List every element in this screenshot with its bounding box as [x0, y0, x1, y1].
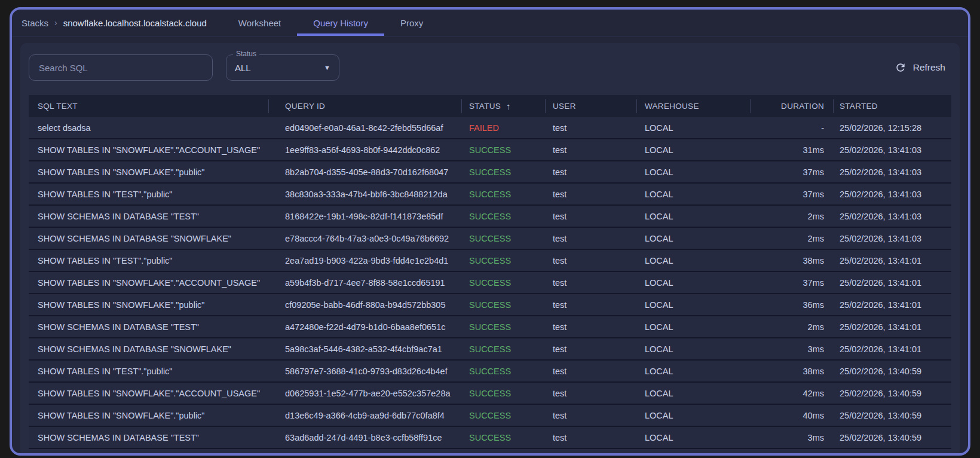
cell-warehouse: LOCAL	[636, 250, 750, 271]
column-header-status[interactable]: STATUS↑	[461, 95, 545, 117]
cell-query-id: ed0490ef-e0a0-46a1-8c42-2febd55d66af	[268, 117, 461, 138]
table-row[interactable]: SHOW TABLES IN "SNOWFLAKE"."public" cf09…	[29, 294, 951, 316]
table-row[interactable]: SHOW TABLES IN "SNOWFLAKE"."ACCOUNT_USAG…	[29, 139, 951, 161]
breadcrumb-stacks[interactable]: Stacks	[22, 18, 48, 28]
cell-user: test	[545, 184, 636, 204]
cell-status: SUCCESS	[461, 338, 545, 359]
column-label: WAREHOUSE	[645, 102, 699, 111]
cell-user: test	[545, 117, 636, 138]
cell-warehouse: LOCAL	[636, 405, 750, 426]
table-row[interactable]: SHOW TABLES IN "SNOWFLAKE"."public" d13e…	[29, 405, 951, 427]
cell-query-id: 8b2ab704-d355-405e-88d3-70d162f68047	[268, 161, 461, 182]
column-header-warehouse[interactable]: WAREHOUSE	[636, 95, 750, 117]
cell-status: SUCCESS	[461, 139, 545, 160]
cell-started: 25/02/2026, 13:41:03	[833, 139, 951, 160]
refresh-button[interactable]: Refresh	[895, 62, 951, 74]
column-label: DURATION	[781, 102, 824, 111]
tab-query-history[interactable]: Query History	[297, 10, 384, 36]
table-row[interactable]: SHOW TABLES IN "SNOWFLAKE"."ACCOUNT_USAG…	[29, 272, 951, 294]
cell-duration: 37ms	[750, 272, 833, 293]
column-label: QUERY ID	[285, 102, 325, 111]
tab-proxy[interactable]: Proxy	[384, 10, 439, 36]
cell-warehouse: LOCAL	[636, 117, 750, 138]
column-label: STATUS	[469, 102, 501, 111]
table-row[interactable]: select dsadsa ed0490ef-e0a0-46a1-8c42-2f…	[29, 117, 951, 139]
table-row[interactable]: SHOW SCHEMAS IN DATABASE "SNOWFLAKE" e78…	[29, 228, 951, 250]
column-label: STARTED	[840, 102, 878, 111]
cell-sql-text: SHOW TABLES IN "SNOWFLAKE"."ACCOUNT_USAG…	[29, 383, 268, 404]
cell-started: 25/02/2026, 12:15:28	[833, 117, 951, 138]
table-row[interactable]: SHOW TABLES IN "SNOWFLAKE"."public" 8b2a…	[29, 161, 951, 184]
search-input[interactable]	[29, 54, 213, 81]
cell-query-id: a472480e-f22d-4d79-b1d0-6baa8ef0651c	[268, 316, 461, 337]
cell-user: test	[545, 361, 636, 381]
cell-duration: 2ms	[750, 316, 833, 337]
cell-sql-text: SHOW TABLES IN "SNOWFLAKE"."ACCOUNT_USAG…	[29, 139, 268, 160]
cell-warehouse: LOCAL	[636, 294, 750, 315]
cell-warehouse: LOCAL	[636, 206, 750, 227]
cell-sql-text: SHOW TABLES IN "SNOWFLAKE"."public"	[29, 161, 268, 182]
column-header-user[interactable]: USER	[545, 95, 636, 117]
chevron-down-icon: ▼	[324, 64, 330, 71]
cell-status: SUCCESS	[461, 250, 545, 271]
cell-sql-text: SHOW TABLES IN "TEST"."public"	[29, 250, 268, 271]
table-row[interactable]: SHOW TABLES IN "TEST"."public" 586797e7-…	[29, 361, 951, 383]
cell-started: 25/02/2026, 13:41:03	[833, 161, 951, 182]
table-row[interactable]: SHOW SCHEMAS IN DATABASE "TEST" a472480e…	[29, 316, 951, 338]
cell-status: SUCCESS	[461, 272, 545, 293]
status-select-value: ALL	[235, 63, 251, 73]
status-select[interactable]: Status ALL ▼	[226, 54, 339, 81]
cell-started: 25/02/2026, 13:41:01	[833, 250, 951, 271]
query-history-table: SQL TEXTQUERY IDSTATUS↑USERWAREHOUSEDURA…	[29, 95, 951, 449]
table-body: select dsadsa ed0490ef-e0a0-46a1-8c42-2f…	[29, 117, 951, 449]
filter-toolbar: Status ALL ▼ Refresh	[29, 54, 951, 81]
cell-status: SUCCESS	[461, 361, 545, 381]
column-header-sql-text[interactable]: SQL TEXT	[29, 95, 268, 117]
cell-duration: 36ms	[750, 294, 833, 315]
column-label: SQL TEXT	[38, 102, 78, 111]
cell-sql-text: SHOW TABLES IN "SNOWFLAKE"."ACCOUNT_USAG…	[29, 272, 268, 293]
table-row[interactable]: SHOW TABLES IN "TEST"."public" 2ea7ad19-…	[29, 250, 951, 272]
cell-duration: 37ms	[750, 161, 833, 182]
cell-sql-text: SHOW SCHEMAS IN DATABASE "SNOWFLAKE"	[29, 338, 268, 359]
cell-status: SUCCESS	[461, 316, 545, 337]
sort-ascending-icon: ↑	[506, 101, 511, 111]
cell-query-id: d0625931-1e52-477b-ae20-e552c357e28a	[268, 383, 461, 404]
table-header-row: SQL TEXTQUERY IDSTATUS↑USERWAREHOUSEDURA…	[29, 95, 951, 117]
table-row[interactable]: SHOW TABLES IN "SNOWFLAKE"."ACCOUNT_USAG…	[29, 383, 951, 405]
table-row[interactable]: SHOW SCHEMAS IN DATABASE "TEST" 63ad6add…	[29, 427, 951, 449]
cell-duration: 3ms	[750, 338, 833, 359]
cell-started: 25/02/2026, 13:41:01	[833, 338, 951, 359]
cell-status: FAILED	[461, 117, 545, 138]
cell-query-id: e78accc4-764b-47a3-a0e3-0c49a76b6692	[268, 228, 461, 249]
cell-query-id: cf09205e-babb-46df-880a-b94d572bb305	[268, 294, 461, 315]
cell-user: test	[545, 294, 636, 315]
table-row[interactable]: SHOW SCHEMAS IN DATABASE "TEST" 8168422e…	[29, 206, 951, 228]
cell-status: SUCCESS	[461, 383, 545, 404]
cell-warehouse: LOCAL	[636, 272, 750, 293]
breadcrumb-current-stack: snowflake.localhost.localstack.cloud	[63, 18, 207, 28]
refresh-icon	[895, 62, 906, 74]
cell-user: test	[545, 272, 636, 293]
cell-started: 25/02/2026, 13:40:59	[833, 383, 951, 404]
cell-status: SUCCESS	[461, 294, 545, 315]
cell-query-id: 38c830a3-333a-47b4-bbf6-3bc8488212da	[268, 184, 461, 204]
column-header-duration[interactable]: DURATION	[750, 95, 833, 117]
cell-query-id: d13e6c49-a366-4cb9-aa9d-6db77c0fa8f4	[268, 405, 461, 426]
cell-warehouse: LOCAL	[636, 139, 750, 160]
cell-sql-text: SHOW SCHEMAS IN DATABASE "TEST"	[29, 427, 268, 448]
cell-started: 25/02/2026, 13:41:03	[833, 228, 951, 249]
cell-query-id: 8168422e-19b1-498c-82df-f141873e85df	[268, 206, 461, 227]
table-row[interactable]: SHOW TABLES IN "TEST"."public" 38c830a3-…	[29, 184, 951, 206]
tab-worksheet[interactable]: Worksheet	[222, 10, 297, 36]
cell-started: 25/02/2026, 13:41:01	[833, 316, 951, 337]
cell-duration: 37ms	[750, 184, 833, 204]
cell-sql-text: SHOW TABLES IN "TEST"."public"	[29, 361, 268, 381]
cell-status: SUCCESS	[461, 228, 545, 249]
breadcrumb-separator-icon: ›	[54, 18, 57, 28]
column-header-query-id[interactable]: QUERY ID	[268, 95, 461, 117]
table-row[interactable]: SHOW SCHEMAS IN DATABASE "SNOWFLAKE" 5a9…	[29, 338, 951, 361]
cell-started: 25/02/2026, 13:40:59	[833, 361, 951, 381]
column-header-started[interactable]: STARTED	[833, 95, 951, 117]
cell-duration: 31ms	[750, 139, 833, 160]
